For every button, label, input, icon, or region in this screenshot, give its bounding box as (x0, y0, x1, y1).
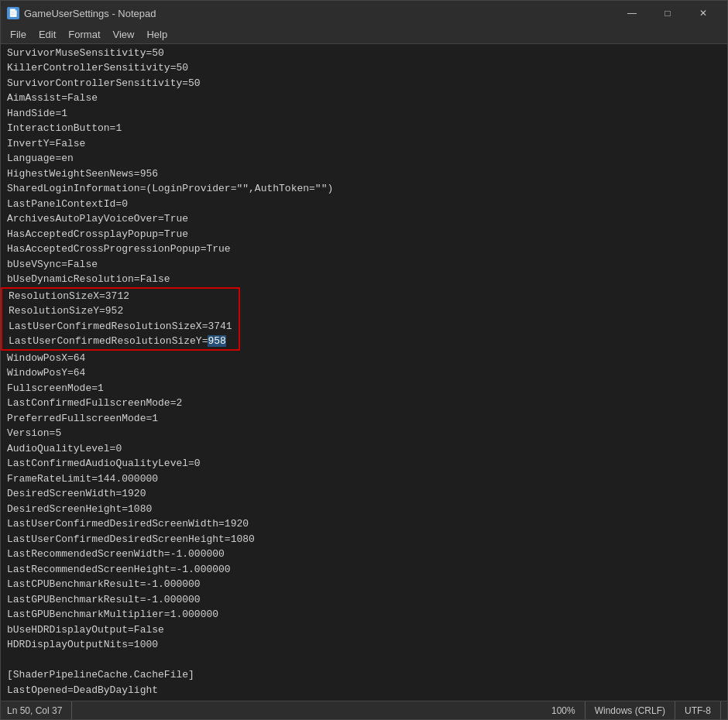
close-button[interactable]: ✕ (685, 1, 721, 26)
editor-line: HasAcceptedCrossplayPopup=True (1, 227, 727, 242)
editor-line: InteractionButton=1 (1, 121, 727, 136)
editor-line: [ShaderPipelineCache.CacheFile] (1, 667, 727, 683)
editor-line: FullscreenMode=1 (1, 381, 727, 396)
editor-line: DesiredScreenHeight=1080 (1, 502, 727, 517)
encoding: UTF-8 (675, 701, 721, 719)
maximize-button[interactable]: □ (650, 1, 685, 26)
editor-line: LastRecommendedScreenWidth=-1.000000 (1, 547, 727, 562)
window-controls: — □ ✕ (614, 1, 721, 26)
editor-line: ResolutionSizeY=952 (2, 303, 239, 319)
menu-bar: File Edit Format View Help (1, 26, 727, 44)
editor-content[interactable]: KillerCameraSensitivity=50SurvivorCamera… (1, 44, 727, 701)
editor-line: HasAcceptedCrossProgressionPopup=True (1, 242, 727, 257)
cursor-position: Ln 50, Col 37 (7, 701, 72, 719)
editor-line: DesiredScreenWidth=1920 (1, 486, 727, 502)
editor-line: LastConfirmedAudioQualityLevel=0 (1, 456, 727, 471)
editor-line: InvertY=False (1, 136, 727, 152)
editor-line: bUseHDRDisplayOutput=False (1, 622, 727, 638)
editor-line: LastUserConfirmedDesiredScreenHeight=108… (1, 532, 727, 547)
editor-line: HandSide=1 (1, 106, 727, 122)
editor-line: SurvivorControllerSensitivity=50 (1, 76, 727, 91)
minimize-button[interactable]: — (614, 1, 650, 26)
editor-line: AimAssist=False (1, 91, 727, 106)
editor-line: HDRDisplayOutputNits=1000 (1, 637, 727, 653)
editor-line: KillerControllerSensitivity=50 (1, 60, 727, 76)
menu-help[interactable]: Help (140, 27, 173, 42)
editor-line: WindowPosY=64 (1, 365, 727, 381)
editor-line: LastPanelContextId=0 (1, 197, 727, 212)
editor-line: LastGPUBenchmarkMultiplier=1.000000 (1, 607, 727, 622)
editor-line: Language=en (1, 151, 727, 166)
menu-format[interactable]: Format (62, 27, 106, 42)
editor-line (1, 653, 727, 668)
editor-line: Version=5 (1, 426, 727, 441)
editor-line: LastGPUBenchmarkResult=-1.000000 (1, 592, 727, 608)
menu-file[interactable]: File (4, 27, 33, 42)
editor-line: ArchivesAutoPlayVoiceOver=True (1, 211, 727, 227)
status-bar: Ln 50, Col 37 100% Windows (CRLF) UTF-8 (1, 701, 727, 719)
zoom-level: 100% (542, 701, 585, 719)
editor-line: LastUserConfirmedResolutionSizeY=958 (2, 334, 239, 349)
menu-edit[interactable]: Edit (33, 27, 62, 42)
selected-text: 958 (208, 335, 225, 347)
title-bar: 📄 GameUserSettings - Notepad — □ ✕ (1, 1, 727, 26)
editor-line: SharedLoginInformation=(LoginProvider=""… (1, 181, 727, 197)
editor-line: HighestWeightSeenNews=956 (1, 166, 727, 182)
editor-line: bUseVSync=False (1, 257, 727, 273)
editor-line: AudioQualityLevel=0 (1, 441, 727, 457)
editor-line: LastRecommendedScreenHeight=-1.000000 (1, 562, 727, 578)
editor-line: LastConfirmedFullscreenMode=2 (1, 396, 727, 411)
notepad-window: 📄 GameUserSettings - Notepad — □ ✕ File … (0, 0, 728, 720)
editor-line: LastCPUBenchmarkResult=-1.000000 (1, 577, 727, 592)
editor-container: KillerCameraSensitivity=50SurvivorCamera… (1, 44, 727, 701)
window-title: GameUserSettings - Notepad (24, 8, 614, 19)
editor-line: WindowPosX=64 (1, 351, 727, 366)
editor-line: SurvivorMuseSensitivity=50 (1, 46, 727, 61)
editor-line: LastUserConfirmedResolutionSizeX=3741 (2, 319, 239, 334)
editor-line: FrameRateLimit=144.000000 (1, 471, 727, 487)
editor-line: LastOpened=DeadByDaylight (1, 683, 727, 698)
editor-line: bUseDynamicResolution=False (1, 272, 727, 287)
editor-line: PreferredFullscreenMode=1 (1, 411, 727, 427)
menu-view[interactable]: View (107, 27, 141, 42)
line-ending: Windows (CRLF) (585, 701, 675, 719)
editor-line: ResolutionSizeX=3712 (2, 289, 239, 304)
editor-line: LastUserConfirmedDesiredScreenWidth=1920 (1, 516, 727, 532)
app-icon: 📄 (7, 7, 19, 19)
